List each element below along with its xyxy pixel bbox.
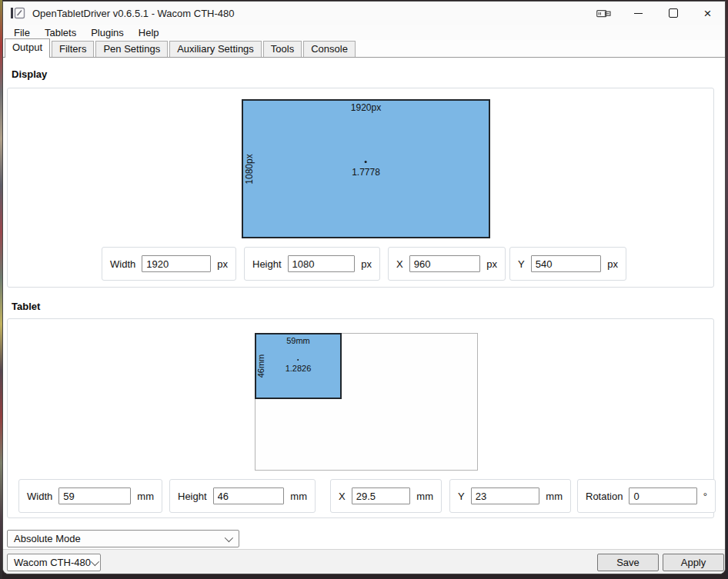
tablet-width-dimension-label: 59mm [256,336,340,345]
tablet-area-visualization[interactable]: 59mm 46mm 1.2826 [255,333,342,399]
field-unit: mm [137,491,154,502]
field-label: Rotation [586,491,623,502]
tablet-aspect-ratio: 1.2826 [286,364,312,373]
minimize-icon [634,13,643,14]
app-window: OpenTabletDriver v0.6.5.1 - Wacom CTH-48… [2,1,726,574]
center-dot-icon [298,359,299,361]
apply-button[interactable]: Apply [663,554,724,571]
field-unit: px [486,258,497,270]
display-groupbox: 1920px 1080px 1.7778 Width px Height px … [7,88,714,288]
field-label: Height [252,258,282,270]
tablet-x-field: X mm [330,479,442,513]
field-label: X [339,491,346,502]
tablet-selector-dropdown[interactable]: Wacom CTH-480 [7,554,101,571]
field-label: Y [518,258,525,270]
tab-tools[interactable]: Tools [263,41,302,57]
display-width-field: Width px [102,247,236,281]
close-icon: × [704,7,712,20]
field-label: Width [110,258,135,270]
title-bar[interactable]: OpenTabletDriver v0.6.5.1 - Wacom CTH-48… [3,2,725,25]
output-mode-value: Absolute Mode [8,533,225,544]
tablet-indicator-icon [586,2,621,25]
field-unit: mm [546,491,563,502]
display-aspect-ratio: 1.7778 [352,167,380,178]
field-unit: mm [416,491,433,502]
tablet-x-input[interactable] [352,487,411,504]
display-x-input[interactable] [409,255,481,272]
maximize-icon [669,8,678,18]
field-label: X [396,258,403,270]
close-button[interactable]: × [690,2,725,25]
tablet-height-dimension-label: 46mm [256,334,266,398]
tab-filters[interactable]: Filters [52,41,94,57]
tablet-width-input[interactable] [58,487,131,504]
field-unit: mm [290,491,307,502]
tablet-rotation-field: Rotation ° [577,479,716,513]
tablet-y-input[interactable] [471,487,540,504]
tablet-groupbox: 59mm 46mm 1.2826 Width mm Height mm X [7,318,714,518]
display-width-dimension-label: 1920px [243,102,489,113]
display-width-input[interactable] [142,255,211,272]
tab-strip: Output Filters Pen Settings Auxiliary Se… [3,40,725,58]
field-unit: ° [703,491,707,502]
menu-file[interactable]: File [9,26,35,39]
display-height-field: Height px [244,247,380,281]
save-button[interactable]: Save [597,554,659,571]
tab-pen-settings[interactable]: Pen Settings [95,41,168,57]
chevron-down-icon [225,533,233,541]
maximize-button[interactable] [656,2,690,25]
tab-output[interactable]: Output [5,38,50,58]
tablet-width-field: Width mm [18,479,162,513]
tablet-selector-value: Wacom CTH-480 [8,557,91,568]
display-section-label: Display [12,68,47,80]
tab-console[interactable]: Console [303,41,356,57]
tab-auxiliary-settings[interactable]: Auxiliary Settings [169,41,262,57]
field-unit: px [217,258,228,270]
field-label: Height [178,491,207,502]
tablet-rotation-input[interactable] [629,487,696,504]
display-y-field: Y px [509,247,626,281]
tablet-section-label: Tablet [12,301,40,312]
tablet-y-field: Y mm [449,479,571,513]
display-y-input[interactable] [531,255,602,272]
display-height-input[interactable] [288,255,356,272]
menu-help[interactable]: Help [134,26,164,39]
tablet-height-input[interactable] [213,487,285,504]
output-tab-content: Display 1920px 1080px 1.7778 Width px He… [3,58,725,550]
display-center-marker: 1.7778 [352,161,380,178]
center-dot-icon [365,161,367,163]
minimize-button[interactable] [621,2,656,25]
menu-plugins[interactable]: Plugins [86,26,129,39]
menu-tablets[interactable]: Tablets [40,26,81,39]
app-icon [10,7,25,19]
output-mode-dropdown[interactable]: Absolute Mode [7,530,239,547]
status-bar: Wacom CTH-480 Save Apply [3,549,725,574]
display-x-field: X px [388,247,506,281]
field-unit: px [361,258,372,270]
chevron-down-icon [91,557,99,565]
tablet-height-field: Height mm [169,479,316,513]
display-area-visualization[interactable]: 1920px 1080px 1.7778 [242,99,490,238]
tablet-center-marker: 1.2826 [286,359,312,373]
menu-bar: File Tablets Plugins Help [3,25,725,40]
field-label: Y [458,491,465,502]
field-unit: px [607,258,618,270]
display-height-dimension-label: 1080px [243,101,255,237]
window-title: OpenTabletDriver v0.6.5.1 - Wacom CTH-48… [32,8,235,19]
field-label: Width [27,491,52,502]
